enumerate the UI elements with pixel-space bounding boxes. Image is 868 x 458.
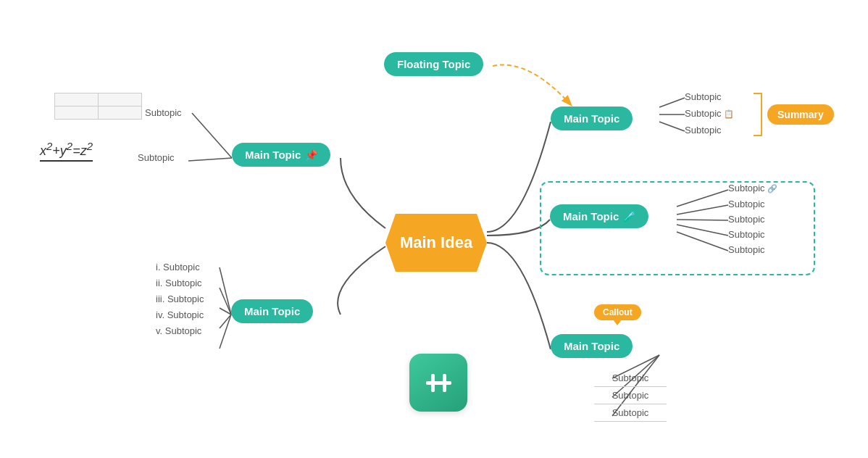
svg-rect-20 <box>431 374 435 392</box>
summary-text: Summary <box>777 109 824 120</box>
main-topic-bottom-left-label: Main Topic <box>244 305 300 317</box>
svg-line-14 <box>220 315 231 328</box>
flask-icon: 🧪 <box>623 211 635 222</box>
callout-text: Callout <box>603 307 633 317</box>
svg-line-2 <box>659 122 685 131</box>
subtopic-tr-1: Subtopic <box>685 91 722 102</box>
table-subtopic-label: Subtopic <box>145 107 182 118</box>
pushpin-icon: 📌 <box>305 149 317 161</box>
list-subtopic-5: v. Subtopic <box>156 323 204 339</box>
svg-line-11 <box>220 267 231 315</box>
main-idea-node[interactable]: Main Idea <box>385 214 487 272</box>
list-subtopic-2: ii. Subtopic <box>156 275 204 291</box>
floating-topic-node[interactable]: Floating Topic <box>384 52 483 76</box>
list-subtopics: i. Subtopic ii. Subtopic iii. Subtopic i… <box>156 259 204 339</box>
main-topic-middle-right[interactable]: Main Topic 🧪 <box>550 204 648 228</box>
table-node <box>54 93 142 120</box>
bottom-right-subtopics: Subtopic Subtopic Subtopic <box>594 370 667 422</box>
list-subtopic-1: i. Subtopic <box>156 259 204 275</box>
svg-rect-21 <box>443 374 446 392</box>
subtopic-mr-2: Subtopic <box>728 199 765 209</box>
main-topic-middle-right-label: Main Topic <box>563 210 619 222</box>
subtopic-mr-3: Subtopic <box>728 214 765 225</box>
list-subtopic-3: iii. Subtopic <box>156 291 204 307</box>
subtopic-mr-5: Subtopic <box>728 244 765 255</box>
svg-line-17 <box>188 158 232 161</box>
math-subtopic-label: Subtopic <box>138 152 175 163</box>
summary-label-node[interactable]: Summary <box>767 104 834 125</box>
main-idea-label: Main Idea <box>400 233 472 252</box>
main-topic-top-left-label: Main Topic <box>245 149 301 161</box>
math-node: x2+y2=z2 <box>40 140 93 163</box>
subtopic-mr-1: Subtopic 🔗 <box>728 183 777 193</box>
list-subtopic-4: iv. Subtopic <box>156 307 204 323</box>
subtopic-br-3: Subtopic <box>594 404 667 422</box>
svg-line-0 <box>659 98 685 107</box>
main-topic-bottom-right[interactable]: Main Topic <box>551 334 633 358</box>
svg-line-15 <box>220 315 231 349</box>
svg-line-13 <box>220 308 231 315</box>
main-topic-bottom-right-label: Main Topic <box>564 340 619 352</box>
subtopic-tr-2: Subtopic 📋 <box>685 108 734 119</box>
subtopic-tr-3: Subtopic <box>685 125 722 136</box>
callout-label: Callout <box>594 304 641 320</box>
main-topic-top-left[interactable]: Main Topic 📌 <box>232 143 330 167</box>
svg-rect-19 <box>426 381 451 385</box>
dashed-border-group <box>540 181 815 275</box>
svg-line-16 <box>192 113 232 158</box>
app-icon-svg <box>422 367 455 399</box>
app-icon-container[interactable] <box>409 354 467 412</box>
subtopic-br-2: Subtopic <box>594 387 667 404</box>
main-topic-top-right[interactable]: Main Topic <box>551 107 633 130</box>
math-formula: x2+y2=z2 <box>40 140 93 162</box>
subtopic-mr-4: Subtopic <box>728 229 765 240</box>
svg-line-12 <box>220 288 231 315</box>
summary-bracket <box>754 93 762 136</box>
floating-topic-label: Floating Topic <box>397 58 470 70</box>
main-topic-bottom-left[interactable]: Main Topic <box>231 299 313 323</box>
main-topic-top-right-label: Main Topic <box>564 112 619 125</box>
subtopic-br-1: Subtopic <box>594 370 667 387</box>
